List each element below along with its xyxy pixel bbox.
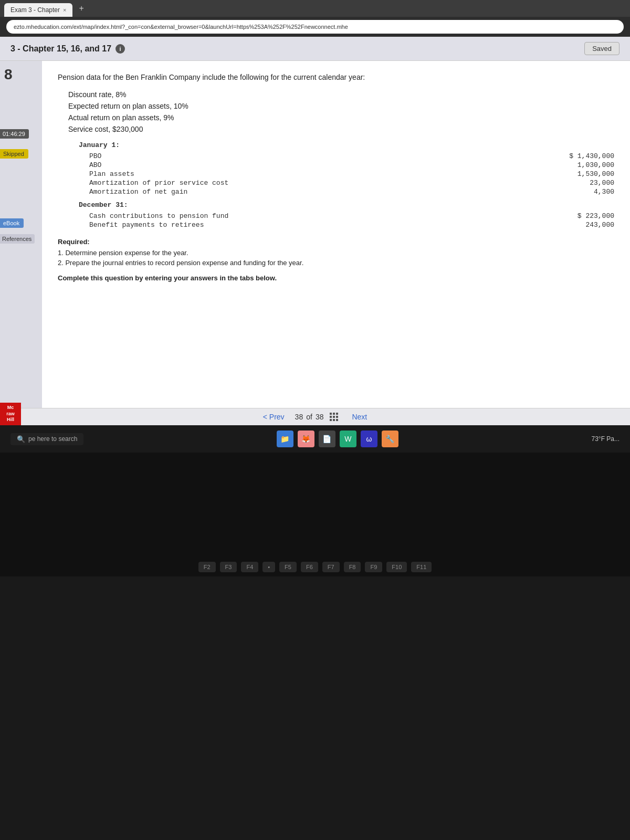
december-label: December 31: — [79, 201, 614, 209]
amort-prior-value: 23,000 — [551, 179, 614, 187]
required-label: Required: — [58, 238, 614, 246]
page-indicator: 38 of 38 — [295, 413, 342, 421]
question-content: Pension data for the Ben Franklin Compan… — [42, 61, 630, 424]
next-button[interactable]: Next — [352, 413, 367, 421]
row-amort-gain: Amortization of net gain 4,300 — [79, 187, 614, 196]
address-bar: ezto.mheducation.com/ext/map/index.html?… — [0, 17, 630, 37]
mcgraw-hill-badge: Mc raw Hill — [0, 403, 21, 425]
page-total: 38 — [316, 413, 324, 421]
saved-badge: Saved — [584, 42, 620, 55]
amort-gain-value: 4,300 — [551, 188, 614, 196]
data-table: January 1: PBO $ 1,430,000 ABO 1,030,000… — [79, 141, 614, 229]
key-f3[interactable]: F3 — [220, 562, 237, 572]
taskbar-icon-3[interactable]: 📄 — [319, 430, 335, 447]
prev-button[interactable]: < Prev — [263, 413, 285, 421]
keyboard-row: F2 F3 F4 • F5 F6 F7 F8 F9 F10 F11 — [0, 558, 630, 576]
ebook-label[interactable]: eBook — [0, 218, 24, 228]
abo-label: ABO — [89, 161, 112, 169]
mcgraw-line3: Hill — [7, 417, 14, 423]
page-title-container: 3 - Chapter 15, 16, and 17 i — [10, 44, 125, 54]
benefit-pay-value: 243,000 — [551, 221, 614, 229]
taskbar-icon-4[interactable]: W — [340, 430, 356, 447]
cash-contrib-value: $ 223,000 — [551, 212, 614, 220]
browser-chrome: Exam 3 - Chapter × + ezto.mheducation.co… — [0, 0, 630, 37]
row-benefit-payments: Benefit payments to retirees 243,000 — [79, 220, 614, 229]
key-f9[interactable]: F9 — [365, 562, 382, 572]
january-label: January 1: — [79, 141, 614, 150]
taskbar-icon-5[interactable]: ω — [361, 430, 377, 447]
references-label[interactable]: References — [0, 234, 35, 244]
question-items: Discount rate, 8% Expected return on pla… — [68, 90, 614, 133]
search-box[interactable]: 🔍 pe here to search — [10, 433, 83, 445]
key-f5[interactable]: F5 — [279, 562, 297, 572]
page-current: 38 — [295, 413, 303, 421]
pbo-label: PBO — [89, 152, 112, 160]
taskbar-icon-2[interactable]: 🦊 — [298, 430, 314, 447]
mcgraw-line2: raw — [6, 411, 15, 417]
plan-assets-value: 1,530,000 — [551, 170, 614, 178]
taskbar: 🔍 pe here to search 📁 🦊 📄 W ω 🔧 73°F Pa.… — [0, 425, 630, 453]
active-tab[interactable]: Exam 3 - Chapter × — [4, 3, 72, 17]
info-icon[interactable]: i — [116, 44, 125, 54]
taskbar-time: 73°F Pa... — [592, 435, 620, 443]
required-section: Required: 1. Determine pension expense f… — [58, 238, 614, 267]
dark-bottom-area: F2 F3 F4 • F5 F6 F7 F8 F9 F10 F11 — [0, 453, 630, 576]
key-f2[interactable]: F2 — [198, 562, 216, 572]
december-label-text: December 31: — [79, 201, 128, 209]
search-icon: 🔍 — [17, 435, 25, 443]
key-f8[interactable]: F8 — [344, 562, 361, 572]
taskbar-icon-6[interactable]: 🔧 — [382, 430, 398, 447]
abo-value: 1,030,000 — [551, 161, 614, 169]
key-f10[interactable]: F10 — [386, 562, 407, 572]
row-pbo: PBO $ 1,430,000 — [79, 152, 614, 161]
required-item-2: 2. Prepare the journal entries to record… — [58, 259, 614, 267]
question-number: 8 — [0, 61, 42, 88]
tab-close-icon[interactable]: × — [63, 7, 66, 13]
skipped-badge: Skipped — [0, 149, 28, 159]
grid-icon[interactable] — [330, 413, 338, 421]
benefit-pay-label: Benefit payments to retirees — [89, 221, 214, 229]
page-of: of — [306, 413, 312, 421]
row-amort-prior: Amortization of prior service cost 23,00… — [79, 178, 614, 187]
key-dot: • — [262, 562, 275, 572]
key-f4[interactable]: F4 — [241, 562, 258, 572]
row-cash-contributions: Cash contributions to pension fund $ 223… — [79, 212, 614, 220]
page-title-text: 3 - Chapter 15, 16, and 17 — [10, 44, 111, 54]
main-content: 3 - Chapter 15, 16, and 17 i Saved 8 01:… — [0, 37, 630, 425]
amort-prior-label: Amortization of prior service cost — [89, 179, 239, 187]
timer-badge: 01:46:29 — [0, 129, 29, 139]
taskbar-icon-1[interactable]: 📁 — [277, 430, 293, 447]
item-discount: Discount rate, 8% — [68, 90, 614, 99]
required-item-1: 1. Determine pension expense for the yea… — [58, 249, 614, 257]
plan-assets-label: Plan assets — [89, 170, 145, 178]
amort-gain-label: Amortization of net gain — [89, 188, 198, 196]
tab-bar: Exam 3 - Chapter × + — [0, 0, 630, 17]
taskbar-icons: 📁 🦊 📄 W ω 🔧 — [277, 430, 398, 447]
question-intro: Pension data for the Ben Franklin Compan… — [58, 71, 614, 83]
instructions-text: Complete this question by entering your … — [58, 274, 614, 282]
row-plan-assets: Plan assets 1,530,000 — [79, 170, 614, 178]
mcgraw-line1: Mc — [7, 405, 14, 411]
item-service-cost: Service cost, $230,000 — [68, 125, 614, 133]
url-input[interactable]: ezto.mheducation.com/ext/map/index.html?… — [6, 20, 624, 34]
key-f7[interactable]: F7 — [322, 562, 340, 572]
row-abo: ABO 1,030,000 — [79, 161, 614, 170]
tab-label: Exam 3 - Chapter — [10, 6, 60, 14]
january-label-text: January 1: — [79, 141, 120, 149]
page-header: 3 - Chapter 15, 16, and 17 i Saved — [0, 37, 630, 61]
cash-contrib-label: Cash contributions to pension fund — [89, 212, 239, 220]
new-tab-button[interactable]: + — [75, 4, 88, 13]
item-actual-return: Actual return on plan assets, 9% — [68, 113, 614, 122]
content-layout: 8 01:46:29 Skipped eBook References Pens… — [0, 61, 630, 424]
left-sidebar: 8 01:46:29 Skipped eBook References — [0, 61, 42, 424]
bottom-navigation: Mc raw Hill < Prev 38 of 38 Next — [0, 408, 630, 425]
key-f6[interactable]: F6 — [301, 562, 318, 572]
pbo-value: $ 1,430,000 — [551, 152, 614, 160]
search-text: pe here to search — [28, 435, 77, 443]
item-expected-return: Expected return on plan assets, 10% — [68, 102, 614, 110]
key-f11[interactable]: F11 — [411, 562, 432, 572]
